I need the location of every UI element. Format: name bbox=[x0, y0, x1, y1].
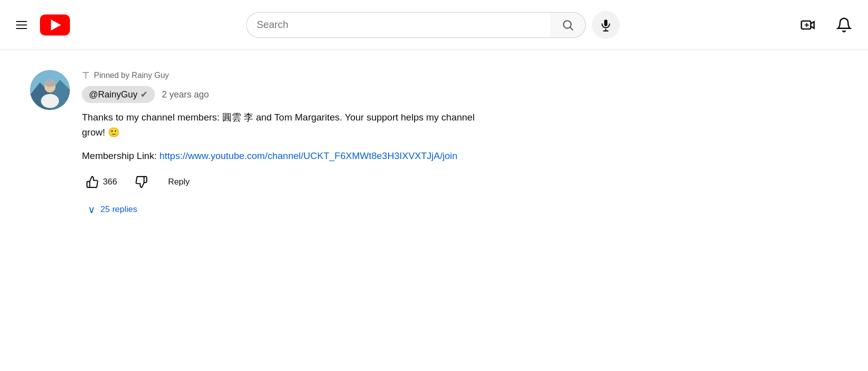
comment-meta: @RainyGuy ✔ 2 years ago bbox=[82, 86, 729, 103]
membership-link[interactable]: https://www.youtube.com/channel/UCKT_F6X… bbox=[159, 150, 457, 161]
header-left bbox=[12, 14, 70, 36]
comment-container: ⊤ Pinned by Rainy Guy @RainyGuy ✔ 2 year… bbox=[30, 70, 729, 220]
like-button[interactable]: 366 bbox=[82, 172, 121, 192]
dislike-button[interactable] bbox=[131, 172, 152, 192]
header-center bbox=[78, 11, 788, 39]
reply-button[interactable]: Reply bbox=[162, 173, 195, 191]
comment-time: 2 years ago bbox=[162, 90, 209, 100]
membership-label: Membership Link: bbox=[82, 150, 157, 161]
create-icon bbox=[800, 17, 816, 33]
search-input-wrapper bbox=[246, 12, 550, 38]
svg-point-13 bbox=[44, 79, 55, 87]
replies-label: 25 replies bbox=[100, 204, 137, 214]
notifications-button[interactable] bbox=[832, 13, 856, 37]
comment-actions: 366 Reply bbox=[82, 172, 729, 192]
avatar[interactable] bbox=[30, 70, 70, 110]
svg-line-1 bbox=[570, 28, 573, 30]
search-input[interactable] bbox=[257, 19, 540, 30]
membership-link-line: Membership Link: https://www.youtube.com… bbox=[82, 150, 729, 162]
youtube-icon bbox=[40, 14, 70, 36]
comment-line2: grow! 🙂 bbox=[82, 127, 120, 138]
author-badge[interactable]: @RainyGuy ✔ bbox=[82, 86, 155, 103]
like-count: 366 bbox=[103, 177, 117, 187]
pin-icon: ⊤ bbox=[82, 70, 90, 81]
hamburger-line bbox=[16, 28, 27, 29]
menu-button[interactable] bbox=[12, 17, 31, 33]
hamburger-line bbox=[16, 24, 27, 26]
hamburger-line bbox=[16, 21, 27, 22]
search-button[interactable] bbox=[550, 12, 586, 38]
mic-icon bbox=[599, 18, 612, 32]
comment-line1: Thanks to my channel members: 圓雲 李 and T… bbox=[82, 112, 474, 122]
main-content: ⊤ Pinned by Rainy Guy @RainyGuy ✔ 2 year… bbox=[0, 50, 868, 240]
svg-point-12 bbox=[41, 94, 59, 108]
pinned-label: ⊤ Pinned by Rainy Guy bbox=[82, 70, 729, 81]
header bbox=[0, 0, 868, 50]
youtube-logo[interactable] bbox=[40, 14, 70, 36]
avatar-image bbox=[30, 70, 70, 110]
mic-button[interactable] bbox=[592, 11, 620, 39]
svg-rect-2 bbox=[604, 20, 608, 26]
pinned-text: Pinned by Rainy Guy bbox=[94, 71, 169, 80]
chevron-down-icon: ∨ bbox=[88, 204, 95, 216]
comment-text: Thanks to my channel members: 圓雲 李 and T… bbox=[82, 110, 729, 140]
header-right bbox=[796, 13, 856, 37]
search-icon bbox=[561, 18, 574, 32]
search-form bbox=[246, 12, 586, 38]
author-name: @RainyGuy bbox=[89, 90, 137, 100]
avatar-svg bbox=[30, 70, 70, 110]
comment-body: ⊤ Pinned by Rainy Guy @RainyGuy ✔ 2 year… bbox=[82, 70, 729, 220]
bell-icon bbox=[836, 17, 852, 33]
thumbs-up-icon bbox=[86, 176, 99, 188]
replies-expand-button[interactable]: ∨ 25 replies bbox=[82, 200, 143, 220]
create-button[interactable] bbox=[796, 13, 820, 37]
thumbs-down-icon bbox=[135, 176, 148, 188]
verified-icon: ✔ bbox=[140, 89, 148, 100]
